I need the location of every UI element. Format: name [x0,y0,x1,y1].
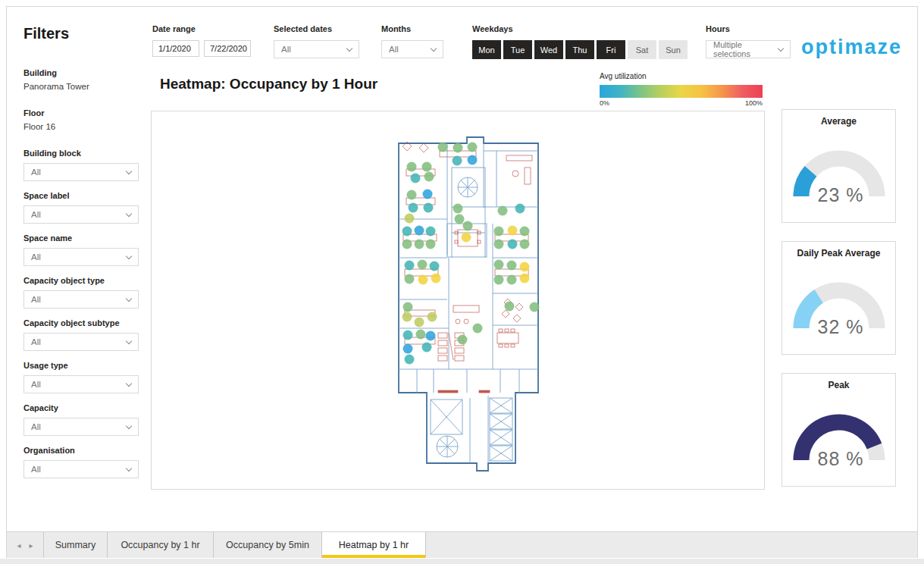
gauge-card-peak: Peak 88 % [781,373,896,487]
occupancy-dot [468,155,478,165]
filter-label: Usage type [23,361,139,370]
report-tab-bar: ◂ ▸ SummaryOccupancy by 1 hrOccupancy by… [7,531,917,558]
occupancy-dot [468,143,478,152]
filters-sidebar: Filters Building Panorama Tower Floor Fl… [23,25,139,488]
weekday-button-sun[interactable]: Sun [659,40,688,59]
filter-value: All [31,210,41,219]
weekday-buttons: MonTueWedThuFriSatSun [472,40,690,59]
selected-dates-dropdown[interactable]: All [274,40,359,58]
occupancy-dots [402,143,540,365]
date-end-input[interactable]: 7/22/2020 [204,40,251,57]
heatmap-canvas[interactable] [151,111,765,490]
filter-dropdown[interactable]: All [23,418,139,436]
occupancy-dot [405,355,415,365]
occupancy-dot [494,275,504,285]
occupancy-dot [507,275,517,285]
filter-value: All [31,465,41,474]
gauge-card-daily-peak-average: Daily Peak Average 32 % [781,241,896,355]
occupancy-dot [494,227,504,237]
filter-dropdown[interactable]: All [23,248,139,266]
occupancy-dot [473,324,483,334]
occupancy-dot [423,190,433,199]
occupancy-dot [455,215,465,224]
weekday-button-fri[interactable]: Fri [597,40,625,59]
filter-label: Organisation [23,446,139,455]
occupancy-dot [494,260,504,270]
weekday-button-sat[interactable]: Sat [628,40,656,59]
occupancy-dot [428,312,437,322]
filter-dropdown[interactable]: All [23,205,139,224]
gauge-value: 32 % [818,316,864,337]
filter-value: All [31,337,41,346]
building-label: Building [23,68,139,77]
chevron-down-icon [346,45,352,51]
occupancy-dot [422,343,432,352]
chevron-down-icon [126,210,132,216]
occupancy-dot [498,206,508,216]
sidebar-dropdown-filters: Building blockAllSpace labelAllSpace nam… [23,149,139,478]
filter-dropdown[interactable]: All [23,460,139,478]
filter-usage-type: Usage typeAll [23,361,139,393]
tab-heatmap-by-1-hr[interactable]: Heatmap by 1 hr [322,532,426,558]
hours-group: Hours Multiple selections [706,24,791,58]
chevron-down-icon [126,252,132,258]
occupancy-dot [415,226,424,236]
report-page: Filters Building Panorama Tower Floor Fl… [6,6,918,558]
filter-dropdown[interactable]: All [23,163,139,181]
gauge-card-average: Average 23 % [781,109,896,223]
tab-occupancy-by-1-hr[interactable]: Occupancy by 1 hr [108,532,214,558]
occupancy-dot [415,240,424,249]
tab-scroll-left-icon[interactable]: ◂ [17,541,20,550]
occupancy-dot [453,204,463,214]
active-tab-underline [322,555,425,558]
occupancy-dot [405,261,415,271]
gauge-value: 23 % [818,184,864,205]
hours-dropdown[interactable]: Multiple selections [706,40,791,58]
tab-scroll-right-icon[interactable]: ▸ [30,541,33,550]
hours-label: Hours [706,24,791,33]
building-value: Panorama Tower [23,82,139,91]
tab-summary[interactable]: Summary [44,532,108,558]
tab-scroll-arrows: ◂ ▸ [7,532,44,558]
filter-dropdown[interactable]: All [23,375,139,393]
occupancy-dot [458,335,468,345]
tabs: SummaryOccupancy by 1 hrOccupancy by 5mi… [44,532,426,558]
date-start-input[interactable]: 1/1/2020 [152,40,199,57]
occupancy-dot [403,331,413,340]
filter-capacity-object-subtype: Capacity object subtypeAll [23,318,139,351]
occupancy-dot [402,227,412,237]
occupancy-dot [424,203,434,213]
filter-label: Capacity object subtype [23,318,139,327]
floor-label: Floor [23,108,139,118]
legend-gradient-bar [600,85,763,98]
chevron-down-icon [778,45,784,51]
filter-value: All [31,252,41,262]
filter-capacity: CapacityAll [23,403,139,436]
occupancy-dot [402,312,412,322]
filter-dropdown[interactable]: All [23,290,139,309]
selected-dates-label: Selected dates [274,24,359,33]
filter-label: Space label [23,191,139,200]
chevron-down-icon [126,337,132,343]
occupancy-dot [411,174,421,183]
occupancy-dot [426,240,436,249]
occupancy-dot [431,274,441,284]
gauge-value: 88 % [818,448,864,469]
filters-title: Filters [23,25,139,42]
filter-organisation: OrganisationAll [23,446,139,478]
weekday-button-thu[interactable]: Thu [565,40,594,59]
filter-label: Building block [23,149,139,158]
weekday-button-tue[interactable]: Tue [503,40,532,59]
filter-value: All [31,380,41,389]
occupancy-dot [520,274,530,284]
filter-dropdown[interactable]: All [23,333,139,351]
occupancy-dot [508,240,518,249]
weekday-button-mon[interactable]: Mon [472,40,501,59]
weekday-button-wed[interactable]: Wed [534,40,563,59]
gauge-arc [801,171,811,196]
occupancy-dot [507,261,517,271]
weekdays-group: Weekdays MonTueWedThuFriSatSun [460,24,690,59]
months-dropdown[interactable]: All [381,40,443,58]
tab-occupancy-by-5min[interactable]: Occupancy by 5min [214,532,322,558]
chevron-down-icon [126,465,132,471]
